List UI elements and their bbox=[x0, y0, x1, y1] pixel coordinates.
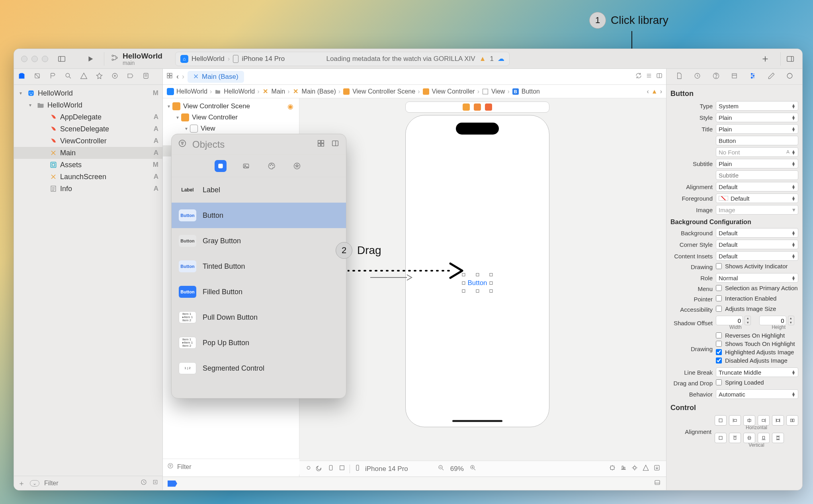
report-tab[interactable] bbox=[142, 72, 150, 82]
outline-row[interactable]: ▾View bbox=[163, 123, 299, 134]
window-traffic-lights[interactable] bbox=[14, 56, 55, 62]
background-select[interactable]: Default▴▾ bbox=[716, 228, 798, 238]
collapse-icon[interactable] bbox=[152, 479, 158, 487]
identity-inspector-tab[interactable] bbox=[731, 72, 738, 82]
title-mode-select[interactable]: Plain▴▾ bbox=[716, 124, 798, 134]
inspector-tabs[interactable] bbox=[666, 69, 802, 85]
library-item[interactable]: ButtonTinted Button bbox=[172, 254, 346, 279]
linebreak-select[interactable]: Truncate Middle▴▾ bbox=[716, 367, 798, 377]
crumb[interactable]: ✕Main (Base) bbox=[292, 88, 336, 95]
jumpbar-fwd-icon[interactable]: › bbox=[660, 88, 662, 95]
size-inspector-tab[interactable] bbox=[768, 72, 775, 82]
a11y-checkbox[interactable]: Adjusts Image Size bbox=[716, 305, 798, 312]
library-item[interactable]: ButtonFilled Button bbox=[172, 279, 346, 305]
shows-activity-checkbox[interactable]: Shows Activity Indicator bbox=[716, 263, 798, 270]
help-inspector-tab[interactable] bbox=[712, 72, 720, 82]
role-select[interactable]: Normal▴▾ bbox=[716, 273, 798, 283]
menu-checkbox[interactable]: Selection as Primary Action bbox=[716, 285, 798, 291]
style-select[interactable]: Plain▴▾ bbox=[716, 113, 798, 122]
device-frame[interactable]: Button bbox=[405, 115, 549, 427]
activity-status-bar[interactable]: ⌂ HelloWorld › iPhone 14 Pro Loading met… bbox=[175, 52, 510, 66]
resolve-icon[interactable] bbox=[642, 464, 649, 473]
toggle-navigator-icon[interactable] bbox=[55, 53, 68, 65]
library-item[interactable]: 1 | 2Segmented Control bbox=[172, 356, 346, 381]
scheme-selector[interactable]: HelloWorld main bbox=[111, 52, 162, 66]
nav-row-scenedelegate[interactable]: SceneDelegateA bbox=[14, 123, 162, 135]
align-icon[interactable] bbox=[620, 464, 627, 473]
file-inspector-tab[interactable] bbox=[675, 72, 683, 82]
library-item[interactable]: Item 1▸Item 1Item 2Pop Up Button bbox=[172, 330, 346, 356]
connections-inspector-tab[interactable] bbox=[786, 72, 793, 82]
zoom-out-icon[interactable] bbox=[438, 464, 445, 473]
breakpoint-toggle-icon[interactable] bbox=[168, 481, 177, 487]
resize-handle[interactable] bbox=[462, 273, 465, 276]
reverses-checkbox[interactable]: Reverses On Highlight bbox=[716, 332, 798, 339]
crumb[interactable]: View bbox=[482, 88, 505, 95]
type-select[interactable]: System▴▾ bbox=[716, 101, 798, 111]
scene-header[interactable] bbox=[405, 102, 549, 113]
crumb[interactable]: View Controller Scene bbox=[343, 88, 415, 95]
library-detail-icon[interactable] bbox=[331, 139, 340, 150]
vertical-align-buttons[interactable] bbox=[715, 433, 798, 443]
resize-handle[interactable] bbox=[490, 281, 493, 285]
adjust-editor-icon[interactable] bbox=[645, 72, 653, 81]
find-tab[interactable] bbox=[64, 72, 72, 82]
title-text-input[interactable] bbox=[716, 136, 798, 145]
media-tab[interactable] bbox=[240, 160, 252, 172]
objects-tab[interactable] bbox=[215, 160, 227, 172]
library-button[interactable] bbox=[758, 52, 772, 66]
constraints-update-icon[interactable] bbox=[609, 464, 616, 473]
jumpbar-back-icon[interactable]: ‹ bbox=[647, 88, 649, 95]
zoom-level[interactable]: 69% bbox=[450, 465, 464, 473]
canvas-orientation-icon[interactable] bbox=[327, 464, 334, 473]
refresh-icon[interactable] bbox=[635, 72, 642, 81]
horizontal-align-buttons[interactable] bbox=[715, 415, 798, 426]
spring-loaded-checkbox[interactable]: Spring Loaded bbox=[716, 379, 798, 386]
subtitle-input[interactable] bbox=[716, 170, 798, 180]
crumb[interactable]: HelloWorld bbox=[167, 88, 207, 95]
nav-row-helloworld[interactable]: ▾HelloWorldM bbox=[14, 87, 162, 99]
canvas-layout-icon[interactable] bbox=[338, 464, 346, 473]
library-item[interactable]: ButtonGray Button bbox=[172, 228, 346, 254]
corner-select[interactable]: Default▴▾ bbox=[716, 240, 798, 249]
library-item[interactable]: Item 1▸Item 1Item 2Pull Down Button bbox=[172, 305, 346, 330]
snippets-tab[interactable] bbox=[291, 160, 303, 172]
outline-filter-input[interactable] bbox=[177, 463, 295, 471]
navigator-tabs[interactable] bbox=[14, 69, 162, 85]
resize-handle[interactable] bbox=[490, 273, 493, 276]
resize-handle[interactable] bbox=[476, 273, 479, 276]
canvas-appearance-light-icon[interactable] bbox=[305, 464, 312, 473]
project-tree[interactable]: ▾HelloWorldM▾HelloWorldAppDelegateAScene… bbox=[14, 85, 162, 476]
image-select[interactable]: Image▾ bbox=[716, 205, 798, 215]
library-list[interactable]: LabelLabelButtonButtonButtonGray ButtonB… bbox=[172, 177, 346, 398]
disabled-adj-checkbox[interactable]: Disabled Adjusts Image bbox=[716, 357, 798, 364]
symbol-tab[interactable] bbox=[49, 72, 57, 82]
interface-builder-canvas[interactable]: Button bbox=[299, 98, 666, 477]
subtitle-mode-select[interactable]: Plain▴▾ bbox=[716, 159, 798, 168]
nav-row-assets[interactable]: AssetsM bbox=[14, 159, 162, 171]
add-editor-icon[interactable] bbox=[656, 72, 663, 81]
canvas-device-label[interactable]: iPhone 14 Pro bbox=[365, 465, 408, 473]
resize-handle[interactable] bbox=[462, 289, 465, 293]
issue-tab[interactable] bbox=[80, 72, 88, 82]
source-control-tab[interactable] bbox=[33, 72, 41, 82]
shows-touch-checkbox[interactable]: Shows Touch On Highlight bbox=[716, 340, 798, 347]
toggle-debug-area-icon[interactable] bbox=[653, 479, 661, 488]
library-item[interactable]: ButtonButton bbox=[172, 203, 346, 228]
nav-row-helloworld[interactable]: ▾HelloWorld bbox=[14, 99, 162, 111]
nav-fwd-icon[interactable]: › bbox=[182, 72, 184, 81]
embed-icon[interactable] bbox=[653, 464, 661, 473]
navigator-filter-input[interactable] bbox=[44, 480, 135, 487]
highlighted-adj-checkbox[interactable]: Highlighted Adjusts Image bbox=[716, 349, 798, 356]
related-items-icon[interactable] bbox=[166, 72, 173, 81]
insets-select[interactable]: Default▴▾ bbox=[716, 251, 798, 261]
pin-icon[interactable] bbox=[631, 464, 638, 473]
editor-tab[interactable]: ✕ Main (Base) bbox=[188, 71, 244, 83]
outline-row[interactable]: ▾View Controller Scene◉ bbox=[163, 101, 299, 112]
crumb[interactable]: ✕Main bbox=[262, 88, 285, 95]
zoom-dot[interactable] bbox=[42, 56, 48, 62]
device-phone-icon[interactable] bbox=[354, 464, 361, 473]
nav-row-appdelegate[interactable]: AppDelegateA bbox=[14, 111, 162, 123]
test-tab[interactable] bbox=[96, 72, 103, 82]
library-panel[interactable]: Objects LabelLabelButtonButtonButtonGray… bbox=[171, 134, 346, 399]
